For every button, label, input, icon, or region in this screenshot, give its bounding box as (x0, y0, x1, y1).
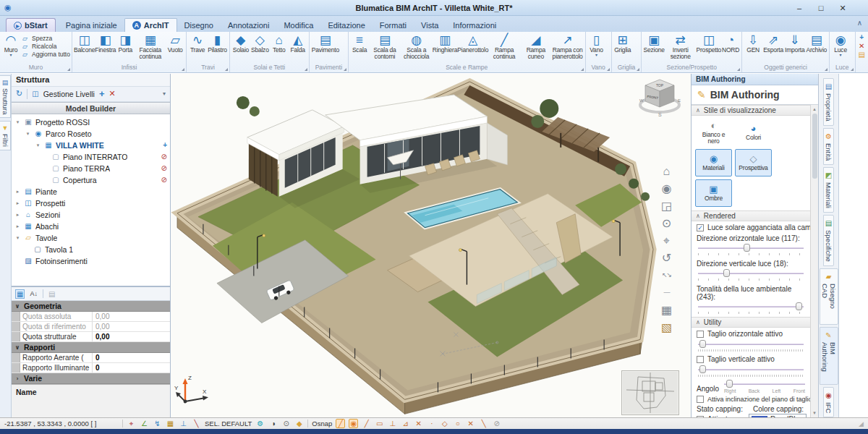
style-prospettiva-button[interactable]: ◇Prospettiva (735, 149, 772, 176)
section-utility[interactable]: ∧Utility (692, 317, 810, 328)
zoom-extents-icon[interactable]: ↖↘ (662, 269, 671, 281)
property-pages-icon[interactable]: ▤ (48, 290, 55, 298)
cube-top-label[interactable]: TOP (656, 83, 664, 88)
osnap-circle-icon[interactable]: ○ (453, 420, 462, 427)
tree-node-piante[interactable]: ▸▤Piante (12, 186, 170, 197)
rotate-view-icon[interactable]: ↺ (662, 252, 671, 264)
ribbon-button-importa[interactable]: ⇓Importa (784, 33, 805, 54)
visibility-off-icon[interactable]: ⊘ (161, 164, 167, 172)
tree-node-progetto-rossi[interactable]: ▾▣Progetto ROSSI (12, 116, 170, 128)
ribbon-button-vano[interactable]: ▯Vano▾ (587, 33, 606, 57)
ribbon-button-gen[interactable]: ⇩GEN (744, 33, 762, 54)
dock-tab-struttura[interactable]: ▤Struttura (0, 75, 11, 118)
vertical-scrollbar[interactable]: ▴▾ (810, 105, 818, 417)
tree-node-prospetti[interactable]: ▸◫Prospetti (12, 197, 170, 209)
ribbon-button-facciata-continua[interactable]: ▦Facciata continua (135, 33, 166, 60)
cube-west-label[interactable]: W (639, 98, 644, 103)
ribbon-button-finestra[interactable]: ◧Finestra (95, 33, 116, 54)
tree-node-villa-white[interactable]: ▾▦VILLA WHITE+ (12, 140, 170, 151)
tree-node-abachi[interactable]: ▸▦Abachi (12, 221, 170, 232)
ribbon-button-pianerottolo[interactable]: ◬Pianerottolo (457, 33, 488, 54)
osnap-diamond-icon[interactable]: ◇ (440, 420, 449, 427)
grid-toggle-icon[interactable]: ▦ (661, 304, 672, 316)
sun-camera-checkbox-row[interactable]: ✓Luce solare agganciata alla camera (692, 221, 810, 232)
ribbon-button-muro[interactable]: ◠Muro▾ (1, 33, 20, 57)
ribbon-button-prospetto[interactable]: ◫Prospetto (696, 33, 721, 54)
dialog-launcher-icon[interactable] (305, 68, 307, 71)
style-bianco-e-nero-button[interactable]: ◐Bianco e nero (695, 119, 732, 146)
ribbon-button-aggiorna-tutto[interactable]: ▱Aggiorna tutto (20, 51, 70, 58)
ribbon-button-sezione[interactable]: ▣Sezione (643, 33, 665, 54)
dock-tab-ifc[interactable]: ◉IFC (823, 387, 834, 417)
ribbon-button-inverti-sezione[interactable]: ⇄Inverti sezione (665, 33, 697, 60)
ribbon-button-falda[interactable]: ◭Falda (289, 33, 307, 54)
cube-east-label[interactable]: E (678, 98, 681, 103)
section-rendered[interactable]: ∧Rendered (692, 210, 810, 221)
ribbon-button-rampa-continua[interactable]: ╱Rampa continua (488, 33, 520, 60)
section-geometria[interactable]: ∨Geometria (12, 301, 170, 312)
tab-annotazioni[interactable]: Annotazioni (221, 19, 277, 32)
tab-formati[interactable]: Formati (373, 19, 414, 32)
ribbon-button-tetto[interactable]: ⌂Tetto (270, 33, 289, 54)
visibility-off-icon[interactable]: ⊘ (161, 153, 167, 161)
dock-tab-entita[interactable]: ⚙Entità (823, 128, 834, 165)
ribbon-button-solaio[interactable]: ◆Solaio (231, 33, 250, 54)
osnap-rect-icon[interactable]: ▭ (375, 420, 384, 427)
tab-archit[interactable]: AArchIT (124, 18, 177, 32)
dialog-launcher-icon[interactable] (182, 68, 184, 71)
dialog-launcher-icon[interactable] (225, 68, 228, 71)
tab-informazioni[interactable]: Informazioni (446, 19, 503, 32)
cube-south-label[interactable]: S (658, 112, 662, 117)
vertical-cut-slider[interactable] (698, 365, 804, 374)
snap-grid-icon[interactable]: ▦ (166, 420, 175, 427)
section-varie[interactable]: ›Varie (12, 373, 170, 384)
add-button[interactable]: + (859, 33, 865, 42)
dialog-launcher-icon[interactable] (581, 68, 584, 71)
contrast-icon[interactable]: ◑ (268, 420, 278, 427)
dialog-launcher-icon[interactable] (67, 68, 70, 71)
zoom-window-icon[interactable]: ◲ (661, 200, 672, 212)
snap-perp-icon[interactable]: ⊥ (179, 420, 188, 427)
osnap-tri-icon[interactable]: ⊿ (401, 420, 410, 427)
zoom-selection-icon[interactable]: ⊙ (281, 420, 291, 427)
horizontal-cut-checkbox-row[interactable]: ✓Taglio orizzontale attivo (692, 328, 810, 339)
minimize-button[interactable]: – (794, 4, 804, 12)
collapse-ribbon-icon[interactable]: ∧ (857, 19, 862, 27)
ribbon-button-balcone[interactable]: ◫Balcone (74, 33, 95, 54)
osnap-cross-icon[interactable]: ✕ (414, 420, 423, 427)
dialog-launcher-icon[interactable] (851, 68, 854, 71)
tree-node-copertura[interactable]: ▢Copertura⊘ (12, 174, 170, 186)
osnap-slash-icon[interactable]: ╲ (479, 420, 488, 427)
incline-checkbox-row[interactable]: ✓Attiva inclinazione del piano di taglio… (692, 393, 810, 404)
render-image-icon[interactable]: ▧ (661, 321, 672, 333)
osnap-cross2-icon[interactable]: ✕ (466, 420, 475, 427)
ribbon-button-ringhiera[interactable]: ▥Ringhiera (433, 33, 458, 54)
add-person-icon[interactable]: + (163, 141, 167, 149)
pan-icon[interactable]: ⌖ (663, 234, 670, 247)
dialog-launcher-icon[interactable] (737, 68, 740, 71)
checkbox-unchecked[interactable]: ✓ (697, 416, 704, 418)
tree-node-tavole[interactable]: ▾▱Tavole (12, 232, 170, 244)
close-button[interactable]: ✕ (838, 4, 848, 13)
vertical-light-slider[interactable] (698, 268, 804, 278)
prop-row[interactable]: Quota strutturale0,00 (12, 332, 170, 342)
settings-gear-icon[interactable]: ⚙ (255, 420, 265, 427)
prop-row[interactable]: Rapporto Illuminante0 (12, 363, 170, 373)
plan-preview[interactable] (621, 370, 679, 415)
ribbon-button-pilastro[interactable]: ▮Pilastro (207, 33, 228, 54)
section-rapporti[interactable]: ∨Rapporti (12, 342, 170, 353)
prop-row[interactable]: Rapporto Aerante (0 (12, 353, 170, 363)
zoom-icon[interactable]: ⊙ (662, 217, 671, 229)
ribbon-button-rampa-con-pianerottolo[interactable]: ↗Rampa con pianerottolo (552, 33, 584, 60)
tab-disegno[interactable]: Disegno (177, 19, 221, 32)
checkbox-checked[interactable]: ✓ (697, 224, 704, 231)
dialog-launcher-icon[interactable] (607, 68, 610, 71)
alphabetical-sort-icon[interactable]: A↓ (30, 290, 38, 297)
ribbon-button-esporta[interactable]: ⇗Esporta (762, 33, 784, 54)
tab-modifica[interactable]: Modifica (276, 19, 320, 32)
capping-color-dropdown[interactable]: RoyalBlue (749, 414, 807, 417)
tree-node-piano-interrato[interactable]: ▢Piano INTERRATO⊘ (12, 151, 170, 163)
layers-button[interactable]: ▤ (859, 51, 865, 59)
checkbox-unchecked[interactable]: ✓ (697, 331, 704, 338)
tree-node-tavola-1[interactable]: ▢Tavola 1 (12, 244, 170, 255)
